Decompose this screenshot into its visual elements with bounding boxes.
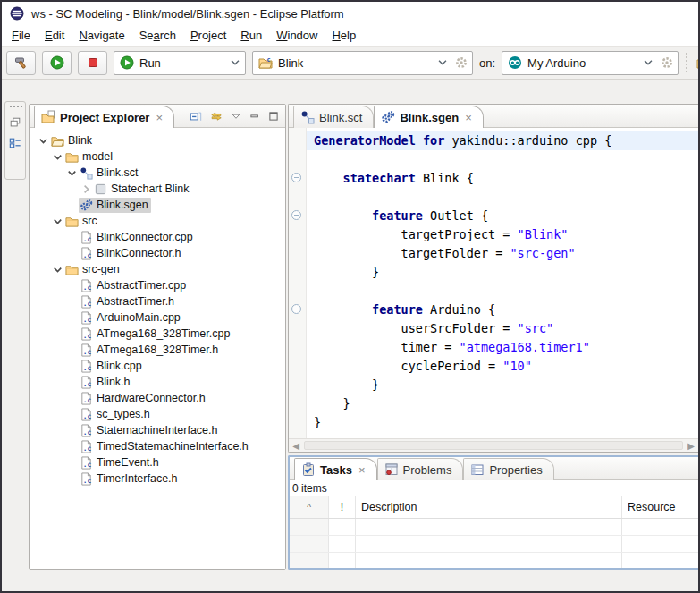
folding-gutter[interactable] [289, 128, 307, 438]
tree-item-sc-types-h[interactable]: .csc_types.h [30, 406, 285, 422]
tree-item-label: ATmega168_328Timer.h [97, 343, 218, 356]
tree-item-hardwareconnector-h[interactable]: .cHardwareConnector.h [30, 390, 285, 406]
tree-item-src-gen[interactable]: src-gen [30, 261, 285, 277]
scroll-right-arrow[interactable]: ▶ [684, 439, 698, 453]
menu-help[interactable]: Help [325, 27, 363, 44]
svg-text:.c: .c [83, 347, 92, 355]
tree-item-model[interactable]: model [30, 148, 285, 165]
scrollbar-thumb[interactable] [304, 441, 683, 450]
tree-item-label: ArduinoMain.cpp [97, 311, 181, 324]
svg-text:c: c [267, 56, 271, 64]
minimize-icon[interactable] [249, 111, 260, 122]
tree-item-blink-sct[interactable]: Blink.sct [30, 165, 285, 181]
tab-properties[interactable]: Properties [463, 458, 553, 480]
chevron-down-icon[interactable] [65, 166, 79, 180]
column-sort[interactable]: ^ [290, 496, 329, 518]
svg-text:.c: .c [83, 444, 92, 452]
fold-marker[interactable] [289, 301, 306, 319]
perspective-icon[interactable] [9, 137, 21, 149]
chevron-down-icon[interactable] [51, 215, 64, 228]
chevron-down-icon[interactable] [436, 56, 449, 69]
gear-icon[interactable] [660, 55, 674, 70]
tree-item-blink-cpp[interactable]: .cBlink.cpp [30, 358, 285, 374]
tab-problems[interactable]: Problems [377, 458, 464, 480]
scroll-left-arrow[interactable]: ◀ [289, 439, 303, 453]
code-area[interactable]: GeneratorModel for yakindu::arduino_cpp … [307, 128, 698, 438]
folder-icon [65, 215, 79, 228]
svg-text:.c: .c [83, 411, 92, 419]
menu-navigate[interactable]: Navigate [72, 27, 131, 44]
tree-item-abstracttimer-h[interactable]: .cAbstractTimer.h [30, 293, 285, 309]
restore-icon[interactable] [9, 116, 21, 129]
chevron-right-icon[interactable] [80, 182, 93, 196]
menu-file[interactable]: File [4, 27, 38, 44]
code-line [307, 150, 698, 169]
editor-tab-header: Blink.sct Blink.sgen [289, 105, 698, 128]
tree-item-blink-h[interactable]: .cBlink.h [30, 374, 285, 390]
tree-item-blink[interactable]: Blink [30, 132, 285, 148]
gear-icon[interactable] [454, 55, 468, 70]
close-icon[interactable] [357, 464, 366, 476]
run-configuration-combo[interactable]: Run [114, 51, 246, 75]
menu-search[interactable]: Search [132, 27, 183, 44]
new-wizard-button[interactable] [691, 51, 700, 75]
close-icon[interactable] [463, 112, 472, 123]
tree-item-blinkconnector-h[interactable]: .cBlinkConnector.h [30, 245, 285, 261]
tree-item-label: Blink.cpp [97, 360, 142, 372]
fold-marker[interactable] [289, 169, 306, 188]
view-menu-icon[interactable] [231, 111, 241, 122]
tree-item-timedstatemachineinterface-h[interactable]: .cTimedStatemachineInterface.h [30, 438, 285, 454]
tree-item-statechart-blink[interactable]: Statechart Blink [30, 181, 285, 197]
column-description[interactable]: Description [356, 496, 622, 518]
drag-handle[interactable] [9, 106, 22, 108]
chevron-down-icon[interactable] [229, 56, 241, 69]
gutter-line [289, 188, 306, 207]
close-icon[interactable] [154, 112, 163, 123]
c-file-icon: .c [80, 343, 93, 357]
twisty-spacer [65, 472, 79, 486]
device-combo[interactable]: My Arduino [502, 51, 679, 75]
tree-item-src[interactable]: src [30, 213, 285, 229]
resume-button[interactable] [42, 51, 72, 75]
svg-text:.c: .c [83, 299, 92, 307]
chevron-down-icon[interactable] [642, 56, 654, 69]
project-tree[interactable]: BlinkmodelBlink.sctStatechart BlinkBlink… [30, 128, 285, 569]
tab-blink-sct[interactable]: Blink.sct [293, 106, 374, 128]
tab-blink-sgen[interactable]: Blink.sgen [374, 106, 483, 128]
menu-project[interactable]: Project [183, 27, 233, 44]
svg-text:.c: .c [83, 428, 92, 436]
tree-item-abstracttimer-cpp[interactable]: .cAbstractTimer.cpp [30, 277, 285, 293]
code-line: } [307, 376, 698, 394]
menu-edit[interactable]: Edit [38, 27, 72, 44]
maximize-icon[interactable] [268, 111, 279, 122]
project-combo[interactable]: c Blink [252, 51, 473, 75]
terminate-button[interactable] [78, 51, 107, 75]
tree-item-statemachineinterface-h[interactable]: .cStatemachineInterface.h [30, 422, 285, 438]
c-file-icon: .c [80, 408, 93, 421]
menu-window[interactable]: Window [269, 27, 325, 44]
build-button[interactable] [6, 51, 36, 75]
fold-marker[interactable] [289, 207, 306, 225]
explorer-view-toolbar [190, 110, 285, 123]
c-file-icon: .c [80, 392, 93, 405]
tab-project-explorer[interactable]: Project Explorer [34, 106, 174, 128]
collapse-all-icon[interactable] [190, 110, 202, 123]
tree-item-blinkconnector-cpp[interactable]: .cBlinkConnector.cpp [30, 229, 285, 245]
tree-item-timerinterface-h[interactable]: .cTimerInterface.h [30, 470, 285, 487]
tasks-tab-header: Tasks Problems Properties [290, 457, 698, 480]
column-priority[interactable]: ! [329, 496, 356, 518]
chevron-down-icon[interactable] [51, 263, 64, 276]
tree-item-timeevent-h[interactable]: .cTimeEvent.h [30, 454, 285, 470]
menu-run[interactable]: Run [233, 27, 269, 44]
tree-item-blink-sgen[interactable]: Blink.sgen [30, 197, 285, 213]
chevron-down-icon[interactable] [51, 150, 64, 164]
link-editor-icon[interactable] [210, 110, 223, 123]
tasks-view: Tasks Problems Properties 0 items ^ ! De… [288, 455, 698, 570]
tree-item-atmega168-328timer-h[interactable]: .cATmega168_328Timer.h [30, 342, 285, 358]
tree-item-atmega168-328timer-cpp[interactable]: .cATmega168_328Timer.cpp [30, 326, 285, 342]
tab-tasks[interactable]: Tasks [294, 458, 377, 480]
tree-item-arduinomain-cpp[interactable]: .cArduinoMain.cpp [30, 309, 285, 326]
chevron-down-icon[interactable] [37, 134, 50, 148]
horizontal-scrollbar[interactable]: ◀ ▶ [289, 438, 698, 452]
column-resource[interactable]: Resource [622, 496, 698, 518]
